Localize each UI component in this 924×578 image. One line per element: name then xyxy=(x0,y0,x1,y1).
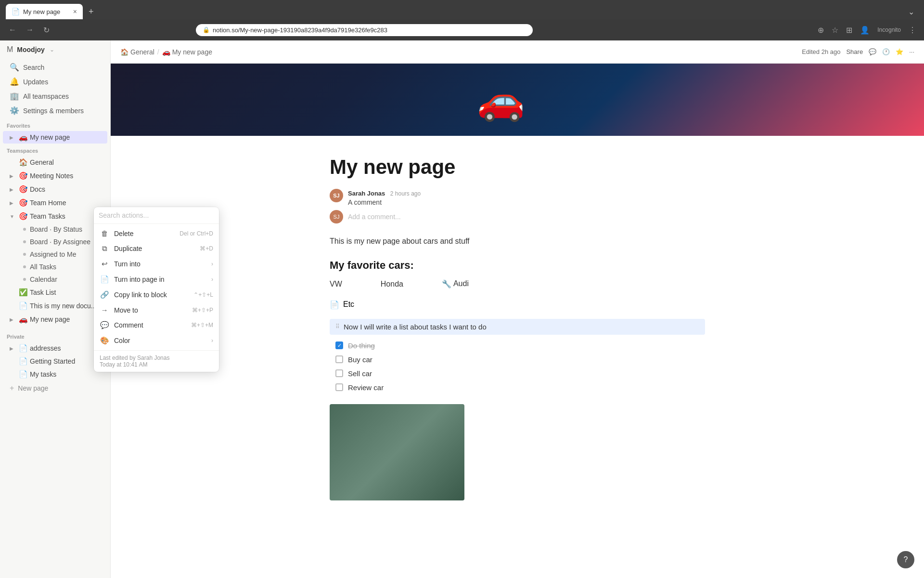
task-checkbox-do-thing[interactable] xyxy=(335,342,343,349)
help-btn[interactable]: ? xyxy=(897,551,914,568)
addresses-label: addresses xyxy=(30,344,103,352)
forward-btn[interactable]: → xyxy=(23,24,37,36)
context-menu-item-turn-into-page[interactable]: 📄 Turn into page in › xyxy=(94,272,219,287)
browser-tab[interactable]: 📄 My new page × xyxy=(6,4,83,19)
add-comment-input[interactable]: Add a comment... xyxy=(348,213,401,221)
comment-author: Sarah Jonas xyxy=(348,190,385,197)
browser-minimize[interactable]: ⌄ xyxy=(904,5,918,18)
tab-close-btn[interactable]: × xyxy=(73,8,77,15)
context-menu-item-color[interactable]: 🎨 Color › xyxy=(94,333,219,348)
topbar: 🏠 General / 🚗 My new page Edited 2h ago … xyxy=(111,40,924,64)
context-search-input[interactable] xyxy=(99,211,214,219)
task-checkbox-sell-car[interactable] xyxy=(335,369,343,377)
cover-image: 🚗 xyxy=(111,64,924,136)
comment-icon: 💬 xyxy=(100,321,109,329)
cast-btn[interactable]: ⊕ xyxy=(816,24,826,37)
car-audi: 🔧 Audi xyxy=(442,279,469,289)
etc-label: Etc xyxy=(343,300,354,309)
sidebar-item-addresses[interactable]: ▶ 📄 addresses xyxy=(3,342,107,355)
meeting-notes-caret: ▶ xyxy=(10,173,16,179)
audi-icon: 🔧 xyxy=(442,279,451,289)
turn-into-page-icon: 📄 xyxy=(100,275,109,284)
sidebar-item-general[interactable]: 🏠 General xyxy=(3,156,107,169)
sidebar-item-my-new-page-fav[interactable]: ▶ 🚗 My new page xyxy=(3,131,107,144)
dot-icon xyxy=(23,228,26,231)
profile-btn[interactable]: 👤 xyxy=(858,24,872,37)
delete-icon: 🗑 xyxy=(100,229,109,237)
sidebar-item-teamspaces[interactable]: 🏢 All teamspaces xyxy=(3,89,107,103)
share-btn[interactable]: Share xyxy=(846,48,863,55)
context-menu: 🗑 Delete Del or Ctrl+D ⧉ Duplicate ⌘+D ↩… xyxy=(94,207,219,372)
topbar-more-btn[interactable]: ··· xyxy=(909,48,914,55)
context-menu-item-copy-link[interactable]: 🔗 Copy link to block ⌃+⇧+L xyxy=(94,287,219,302)
sidebar-item-assigned-to-me[interactable]: Assigned to Me xyxy=(3,249,107,260)
bookmark-btn[interactable]: ☆ xyxy=(830,24,840,37)
sidebar-item-calendar[interactable]: Calendar xyxy=(3,274,107,285)
breadcrumb-page[interactable]: 🚗 My new page xyxy=(162,48,212,56)
address-bar[interactable]: 🔒 notion.so/My-new-page-193190a8239a4f9d… xyxy=(196,24,533,36)
sidebar-item-meeting-notes[interactable]: ▶ 🎯 Meeting Notes xyxy=(3,170,107,182)
breadcrumb-sep: / xyxy=(157,48,159,56)
sidebar-item-team-tasks[interactable]: ▼ 🎯 Team Tasks xyxy=(3,210,107,223)
context-search-field[interactable] xyxy=(94,207,219,224)
sidebar-nav: 🔍 Search 🔔 Updates 🏢 All teamspaces ⚙️ S… xyxy=(0,59,110,119)
sidebar-item-my-tasks[interactable]: 📄 My tasks xyxy=(3,368,107,381)
teamspaces-icon: 🏢 xyxy=(10,92,19,101)
sidebar-item-board-by-assignee[interactable]: Board · By Assignee xyxy=(3,236,107,248)
star-btn[interactable]: ⭐ xyxy=(896,48,903,55)
sidebar-item-team-home[interactable]: ▶ 🎯 Team Home xyxy=(3,197,107,209)
add-comment-row[interactable]: SJ Add a comment... xyxy=(330,210,705,223)
breadcrumb-general[interactable]: 🏠 General xyxy=(120,48,154,56)
favorites-label: Favorites xyxy=(0,119,110,131)
context-menu-item-comment[interactable]: 💬 Comment ⌘+⇧+M xyxy=(94,317,219,333)
back-btn[interactable]: ← xyxy=(6,24,19,36)
sidebar-item-search[interactable]: 🔍 Search xyxy=(3,60,107,74)
getting-started-icon: 📄 xyxy=(18,357,28,366)
task-item-buy-car: Buy car xyxy=(330,353,705,367)
addresses-icon: 📄 xyxy=(18,344,28,353)
sidebar-item-docs[interactable]: ▶ 🎯 Docs xyxy=(3,183,107,196)
task-checkbox-review-car[interactable] xyxy=(335,383,343,391)
sidebar-item-settings[interactable]: ⚙️ Settings & members xyxy=(3,104,107,118)
refresh-btn[interactable]: ↻ xyxy=(40,24,52,37)
sidebar-item-task-list[interactable]: ✅ Task List xyxy=(3,286,107,299)
clock-btn[interactable]: 🕐 xyxy=(882,48,890,55)
sidebar-item-board-by-status[interactable]: Board · By Status xyxy=(3,223,107,235)
workspace-header[interactable]: M Moodjoy ⌄ xyxy=(0,40,110,59)
image-placeholder xyxy=(330,404,464,500)
sidebar-teamspaces-label: All teamspaces xyxy=(23,92,69,100)
address-text: notion.so/My-new-page-193190a8239a4f9da7… xyxy=(213,26,387,34)
sidebar-item-getting-started[interactable]: 📄 Getting Started xyxy=(3,355,107,368)
workspace-icon: M xyxy=(7,45,13,54)
context-menu-item-turn-into[interactable]: ↩ Turn into › xyxy=(94,256,219,272)
sidebar-item-all-tasks[interactable]: All Tasks xyxy=(3,261,107,273)
task-item-do-thing: Do thing xyxy=(330,339,705,353)
extension-btn[interactable]: ⊞ xyxy=(844,24,854,37)
browser-more-btn[interactable]: ⋮ xyxy=(907,24,918,37)
cars-table: VW Honda 🔧 Audi xyxy=(330,279,705,289)
context-menu-item-duplicate[interactable]: ⧉ Duplicate ⌘+D xyxy=(94,241,219,256)
sidebar-item-updates[interactable]: 🔔 Updates xyxy=(3,75,107,89)
sidebar-item-this-doc[interactable]: 📄 This is my new docu... xyxy=(3,300,107,312)
new-page-btn[interactable]: + New page xyxy=(3,381,107,395)
context-menu-item-delete[interactable]: 🗑 Delete Del or Ctrl+D xyxy=(94,226,219,241)
task-list-icon: ✅ xyxy=(18,288,28,297)
comment-item: SJ Sarah Jonas 2 hours ago A comment xyxy=(330,189,705,206)
move-to-shortcut: ⌘+⇧+P xyxy=(192,307,213,314)
team-home-icon: 🎯 xyxy=(18,198,28,207)
drag-handle-icon[interactable]: ⠿ xyxy=(335,323,340,330)
page-content: My new page SJ Sarah Jonas 2 hours ago A… xyxy=(301,136,734,520)
general-label: General xyxy=(30,158,103,166)
turn-into-page-arrow: › xyxy=(211,276,213,283)
task-item-sell-car: Sell car xyxy=(330,367,705,381)
sidebar-item-my-new-page-tree[interactable]: ▶ 🚗 My new page xyxy=(3,313,107,326)
team-home-label: Team Home xyxy=(30,199,103,207)
task-checkbox-buy-car[interactable] xyxy=(335,355,343,363)
my-new-page-tree-caret: ▶ xyxy=(10,317,16,322)
context-menu-item-move-to[interactable]: → Move to ⌘+⇧+P xyxy=(94,302,219,317)
new-tab-btn[interactable]: + xyxy=(85,5,98,19)
comment-topbar-btn[interactable]: 💬 xyxy=(869,48,876,55)
meeting-notes-label: Meeting Notes xyxy=(30,172,103,180)
task-header: ⠿ Now I will write a list about tasks I … xyxy=(330,319,705,335)
task-label-do-thing: Do thing xyxy=(348,342,375,350)
